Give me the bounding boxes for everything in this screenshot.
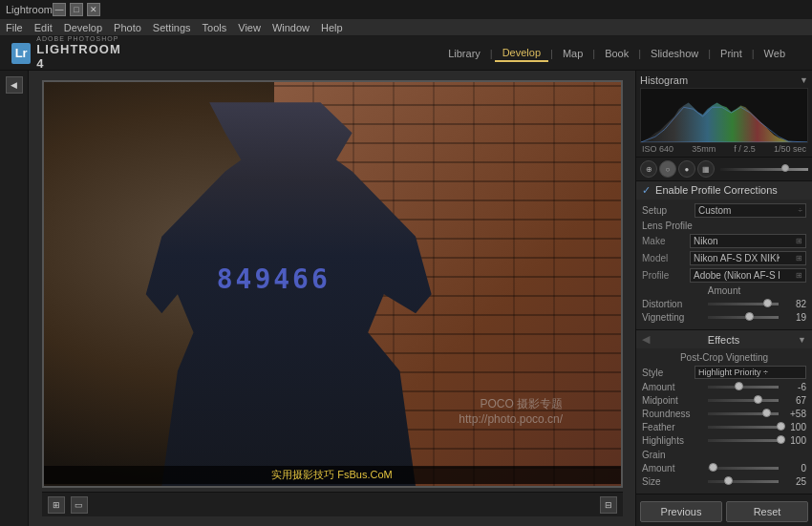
grain-amount-slider[interactable] [708,467,779,470]
midpoint-thumb[interactable] [754,395,762,404]
distortion-slider[interactable] [708,303,779,305]
reset-button[interactable]: Reset [726,501,808,522]
gradient-tool[interactable]: ▦ [697,160,715,178]
vignetting-row: Vignetting 19 [642,312,806,323]
zoom-thumb[interactable] [781,164,789,172]
midpoint-slider[interactable] [708,399,779,402]
loupe-view-button[interactable]: ▭ [71,496,88,514]
menu-view[interactable]: View [238,22,261,33]
lens-correction-body: Setup Custom ÷ Lens Profile Make Nikon [636,200,812,329]
effects-collapse[interactable]: ▼ [798,335,806,345]
tab-print[interactable]: Print [713,46,750,61]
profile-label: Profile [642,270,690,281]
menubar: File Edit Develop Photo Settings Tools V… [0,19,812,36]
close-button[interactable]: ✕ [87,3,100,16]
tab-slideshow[interactable]: Slideshow [643,46,706,61]
grain-amount-thumb[interactable] [709,463,717,472]
roundness-thumb[interactable] [762,409,771,417]
grain-amount-row: Amount 0 [642,463,806,473]
histogram-section: Histogram ▼ [636,71,812,158]
watermark-fsbus: 实用摄影技巧 FsBus.CoM [44,466,621,484]
lens-correction-header[interactable]: ✓ Enable Profile Corrections [636,181,812,200]
distortion-thumb[interactable] [763,299,772,307]
feather-thumb[interactable] [777,422,785,431]
heal-tool[interactable]: ○ [659,160,676,178]
grain-size-slider[interactable] [708,480,779,483]
highlights-label: Highlights [642,435,704,446]
grid-view-button[interactable]: ⊞ [48,496,65,514]
roundness-slider[interactable] [708,412,779,415]
focal-value: 35mm [692,144,716,154]
highlights-value: 100 [782,435,806,446]
previous-button[interactable]: Previous [640,501,722,522]
grain-amount-value: 0 [782,463,806,473]
crop-tool[interactable]: ⊕ [640,160,657,178]
enable-corrections-check[interactable]: ✓ [642,184,651,196]
roundness-row: Roundness +58 [642,409,806,419]
menu-tools[interactable]: Tools [203,22,227,33]
grain-size-value: 25 [782,476,806,487]
menu-photo[interactable]: Photo [114,22,141,33]
setup-label: Setup [642,205,694,216]
vignetting-slider[interactable] [708,316,779,319]
tab-develop[interactable]: Develop [495,45,548,62]
histogram-collapse[interactable]: ▼ [800,75,808,85]
redeye-tool[interactable]: ● [678,160,695,178]
model-label: Model [642,253,690,263]
highlights-slider[interactable] [708,439,779,442]
vignette-amount-value: -6 [782,382,806,392]
app-logo: Lr ADOBE PHOTOSHOP LIGHTROOM 4 [11,35,126,71]
midpoint-row: Midpoint 67 [642,395,806,406]
menu-edit[interactable]: Edit [34,22,53,33]
amount-section-label: Amount [642,285,806,296]
make-dropdown[interactable]: Nikon ⊞ [690,234,806,248]
feather-value: 100 [782,422,806,432]
tab-library[interactable]: Library [440,46,488,61]
highlights-thumb[interactable] [777,435,785,444]
post-crop-label: Post-Crop Vignetting [642,352,806,363]
vignetting-thumb[interactable] [745,312,754,321]
style-label: Style [642,368,694,378]
tab-web[interactable]: Web [757,46,793,61]
left-panel-toggle[interactable]: ◀ [6,76,23,94]
feather-label: Feather [642,422,704,432]
zoom-slider[interactable] [720,168,808,171]
effects-header[interactable]: ◀ Effects ▼ [636,330,812,348]
app-title-block: ADOBE PHOTOSHOP LIGHTROOM 4 [36,35,126,71]
distortion-row: Distortion 82 [642,299,806,309]
vignetting-value: 19 [782,312,806,323]
profile-dropdown-arrow: ⊞ [796,271,802,280]
lens-profile-header: Lens Profile [642,221,806,231]
grain-size-row: Size 25 [642,476,806,487]
menu-file[interactable]: File [6,22,23,33]
vignette-amount-thumb[interactable] [735,382,743,390]
app-title: Lightroom [6,4,53,15]
vignette-amount-slider[interactable] [708,386,779,389]
tab-map[interactable]: Map [555,46,590,61]
minimize-button[interactable]: — [53,3,66,16]
feather-slider[interactable] [708,426,779,429]
grain-label: Grain [642,450,806,460]
bottom-buttons: Previous Reset [636,497,812,526]
aperture-value: f / 2.5 [734,144,756,154]
style-dropdown[interactable]: Highlight Priority ÷ [694,366,806,379]
make-dropdown-arrow: ⊞ [796,237,802,245]
menu-develop[interactable]: Develop [64,22,102,33]
photo-background: 849466 POCO 摄影专题 http://photo.poco.cn/ 实… [44,82,621,486]
histogram-title: Histogram [640,74,688,86]
profile-dropdown[interactable]: Adobe (Nikon AF-S DX NIKKO... ⊞ [690,268,806,283]
setup-dropdown[interactable]: Custom ÷ [694,203,806,218]
menu-help[interactable]: Help [321,22,343,33]
model-dropdown[interactable]: Nikon AF-S DX NIKKOR 35mm... ⊞ [690,251,806,265]
photo-container: 849466 POCO 摄影专题 http://photo.poco.cn/ 实… [42,80,623,488]
maximize-button[interactable]: □ [70,3,83,16]
tab-book[interactable]: Book [597,46,636,61]
bottom-strip: ⊞ ▭ ⊟ [42,492,623,516]
content-area: ◀ 849466 POCO 摄影专题 http://photo.poco.cn/… [0,71,812,526]
menu-settings[interactable]: Settings [153,22,191,33]
menu-window[interactable]: Window [272,22,310,33]
style-row: Style Highlight Priority ÷ [642,366,806,379]
zoom-fit-button[interactable]: ⊟ [600,496,617,514]
grain-size-thumb[interactable] [724,476,733,485]
midpoint-label: Midpoint [642,395,704,406]
